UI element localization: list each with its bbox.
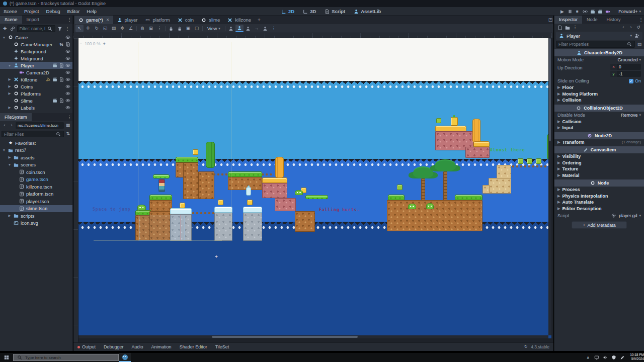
- scene-tree-menu-button[interactable]: ⋮: [64, 26, 70, 32]
- skeleton-icon-3[interactable]: [244, 25, 252, 32]
- remote-debug-button[interactable]: [582, 8, 588, 15]
- scene-node-game[interactable]: ▼Game: [0, 34, 72, 41]
- level-coingreen[interactable]: [397, 185, 403, 190]
- select-tool[interactable]: ↖: [75, 25, 84, 32]
- level-pink[interactable]: [275, 198, 296, 211]
- fs-item-killzone-tscn[interactable]: killzone.tscn: [0, 183, 72, 191]
- section-collision[interactable]: ▶Collision: [554, 119, 644, 125]
- scene-node-labels[interactable]: ▶Labels: [0, 104, 72, 111]
- level-greenplat[interactable]: [305, 195, 328, 199]
- instantiate-scene-button[interactable]: [10, 26, 16, 32]
- level-cactusy[interactable]: [472, 119, 480, 143]
- section-moving-platform[interactable]: ▶Moving Platform: [554, 91, 644, 98]
- clapper-icon[interactable]: [52, 98, 58, 104]
- level-cactus[interactable]: [206, 142, 215, 168]
- scene-tab-slime[interactable]: slime: [197, 16, 223, 24]
- view-menu-button[interactable]: View▾: [204, 26, 223, 31]
- level-coin[interactable]: [247, 200, 253, 205]
- eye-icon[interactable]: [65, 105, 71, 111]
- mode-button-assetlib[interactable]: AssetLib: [350, 9, 384, 15]
- menu-project[interactable]: Project: [21, 9, 43, 14]
- eye-icon[interactable]: [65, 69, 71, 75]
- level-player[interactable]: [158, 179, 165, 192]
- tab-scene[interactable]: Scene: [0, 16, 22, 24]
- level-dirt[interactable]: [387, 200, 482, 231]
- expand-arrow[interactable]: ▼: [8, 64, 12, 67]
- level-dirt[interactable]: [149, 200, 172, 211]
- level-slime[interactable]: [408, 204, 416, 209]
- panel-tab-audio[interactable]: Audio: [128, 344, 147, 349]
- expand-arrow[interactable]: ▶: [8, 214, 12, 218]
- tab-inspector[interactable]: Inspector: [554, 16, 582, 24]
- menu-help[interactable]: Help: [83, 9, 100, 14]
- scene-tab-game[interactable]: game(*)✕: [74, 16, 113, 24]
- skeleton-arrow-icon[interactable]: →: [253, 25, 261, 32]
- level-grass[interactable]: [388, 195, 405, 200]
- level-coingreen[interactable]: [527, 158, 532, 164]
- menu-debug[interactable]: Debug: [43, 9, 64, 14]
- scale-tool[interactable]: ◱: [101, 25, 109, 32]
- group-button[interactable]: ▣: [184, 25, 192, 32]
- history-back-button[interactable]: ‹: [620, 25, 626, 31]
- scene-tab-player[interactable]: player: [113, 16, 141, 24]
- level-ice[interactable]: [243, 207, 262, 213]
- add-metadata-button[interactable]: +Add Metadata: [572, 221, 627, 229]
- fs-item-assets[interactable]: ▶assets: [0, 154, 72, 161]
- level-sand[interactable]: [497, 165, 511, 178]
- tray-shield-icon[interactable]: [611, 355, 616, 360]
- skeleton-icon-4[interactable]: [261, 25, 269, 32]
- pause-button[interactable]: [567, 8, 573, 15]
- level-gold[interactable]: [435, 126, 466, 131]
- ungroup-button[interactable]: ▢: [193, 25, 201, 32]
- fs-filter-input[interactable]: Filter Files: [2, 131, 64, 137]
- smart-snap-toggle[interactable]: ⋒: [138, 25, 146, 32]
- fs-back-button[interactable]: ‹: [2, 123, 8, 129]
- section-texture[interactable]: ▶Texture: [554, 166, 644, 172]
- level-chain[interactable]: [192, 212, 216, 214]
- expand-arrow[interactable]: ▶: [8, 92, 12, 96]
- panel-tab-debugger[interactable]: Debugger: [100, 344, 128, 349]
- fs-item-slime-tscn[interactable]: slime.tscn: [0, 205, 72, 213]
- filesystem-menu-button[interactable]: ⋮: [66, 114, 72, 120]
- fs-item-scripts[interactable]: ▶scripts: [0, 212, 72, 220]
- pan-tool[interactable]: ✥: [118, 25, 126, 32]
- axis-value-y[interactable]: -1: [617, 71, 641, 77]
- scene-node-platforms[interactable]: ▶Platforms: [0, 90, 72, 97]
- scene-tab-killzone[interactable]: killzone: [223, 16, 255, 24]
- scene-node-camera2d[interactable]: Camera2D: [0, 69, 72, 76]
- script-icon[interactable]: [58, 62, 64, 68]
- scene-dock-menu-button[interactable]: ⋮: [66, 17, 72, 23]
- taskbar-clock[interactable]: 10:18 PM 5/9/2024: [628, 353, 644, 362]
- zoom-level[interactable]: 100.0 %: [85, 41, 100, 46]
- inspector-menu-button[interactable]: ⋮: [638, 17, 644, 23]
- level-palmtop[interactable]: [413, 167, 433, 178]
- scene-node-background[interactable]: Background: [0, 48, 72, 55]
- panel-tab-output[interactable]: Output: [73, 344, 100, 349]
- move-tool[interactable]: ✛: [84, 25, 92, 32]
- scene-tab-platform[interactable]: ▭platform: [141, 16, 173, 24]
- level-bottle[interactable]: [246, 187, 251, 196]
- script-icon[interactable]: [65, 41, 71, 47]
- level-pink[interactable]: [465, 147, 490, 158]
- property-value-dropdown[interactable]: Grounded▾: [617, 57, 641, 62]
- panel-tab-animation[interactable]: Animation: [147, 344, 176, 349]
- version-button[interactable]: ↻4.3.stable: [523, 344, 553, 350]
- percent-icon[interactable]: %: [58, 41, 64, 47]
- expand-arrow[interactable]: ▶: [8, 106, 12, 110]
- fs-item-icon-svg[interactable]: icon.svg: [0, 220, 72, 227]
- panel-tab-tileset[interactable]: TileSet: [211, 344, 233, 349]
- scene-node-killzone[interactable]: ▶Killzone: [0, 76, 72, 83]
- close-icon[interactable]: ✕: [106, 18, 110, 22]
- eye-icon[interactable]: [65, 55, 71, 61]
- level-coingreen[interactable]: [536, 158, 541, 164]
- scene-node-player[interactable]: ▼Player: [0, 62, 72, 69]
- fs-item-platform-tscn[interactable]: platform.tscn: [0, 191, 72, 198]
- level-sand[interactable]: [489, 178, 511, 194]
- level-grass[interactable]: [149, 195, 172, 200]
- axis-value-x[interactable]: 0: [617, 64, 641, 70]
- window-titlebar[interactable]: (*) game.tscn - Brackeys tutorial - Godo…: [0, 0, 644, 7]
- level-coin[interactable]: [218, 200, 223, 205]
- expand-arrow[interactable]: ▶: [8, 84, 12, 88]
- scene-node-midground[interactable]: Midground: [0, 55, 72, 62]
- fs-sort-button[interactable]: ⇅: [65, 131, 71, 137]
